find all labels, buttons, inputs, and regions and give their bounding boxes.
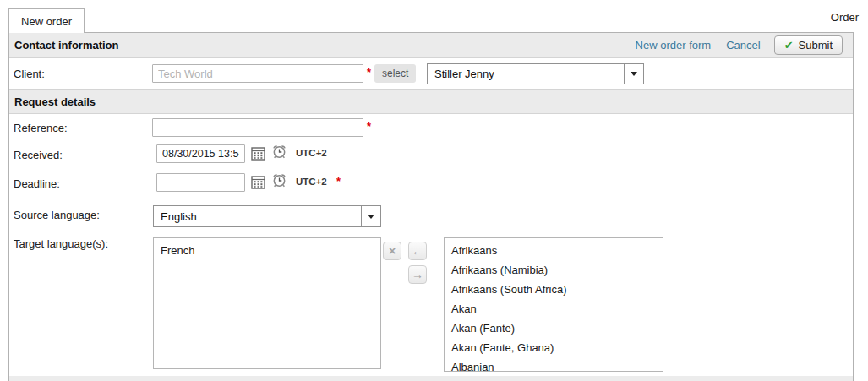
- new-order-page: New order Order Contact information New …: [0, 0, 868, 381]
- list-item[interactable]: Akan: [445, 299, 663, 318]
- client-select-button[interactable]: select: [374, 64, 416, 83]
- move-left-button[interactable]: ←: [408, 242, 427, 260]
- deadline-timezone: UTC+2: [296, 177, 327, 187]
- received-timezone: UTC+2: [296, 148, 327, 158]
- page-title: Order: [831, 11, 859, 24]
- request-details-section-header: Request details: [9, 89, 853, 114]
- move-right-button[interactable]: →: [408, 265, 427, 284]
- list-item[interactable]: Akan (Fante, Ghana): [445, 338, 663, 357]
- contact-section-title: Contact information: [14, 39, 119, 52]
- submit-button[interactable]: ✔ Submit: [774, 35, 843, 55]
- contact-person-value: Stiller Jenny: [428, 64, 624, 84]
- received-datetime-input[interactable]: [156, 144, 245, 163]
- arrow-left-icon: ←: [412, 244, 423, 258]
- target-languages-label: Target language(s):: [14, 237, 108, 250]
- arrow-right-icon: →: [412, 268, 423, 281]
- reference-required-marker: *: [367, 120, 371, 133]
- contact-information-section-header: Contact information New order form Cance…: [9, 33, 853, 58]
- deadline-required-marker: *: [336, 175, 341, 188]
- list-item[interactable]: Akan (Fante): [445, 318, 663, 338]
- source-language-value: English: [154, 206, 361, 226]
- tab-label: New order: [21, 15, 72, 28]
- chevron-down-icon: [631, 72, 637, 76]
- check-icon: ✔: [784, 39, 794, 52]
- contact-person-combobox[interactable]: Stiller Jenny: [427, 63, 644, 84]
- client-input[interactable]: [152, 64, 363, 83]
- reference-label: Reference:: [14, 122, 68, 134]
- received-label: Received:: [14, 149, 63, 161]
- list-item[interactable]: French: [154, 241, 380, 260]
- deadline-calendar-icon[interactable]: [251, 175, 265, 189]
- source-language-dropdown-button[interactable]: [361, 206, 380, 226]
- contact-person-dropdown-button[interactable]: [624, 64, 643, 84]
- close-icon: ×: [389, 244, 396, 258]
- received-clock-icon[interactable]: [271, 144, 287, 160]
- deadline-label: Deadline:: [14, 177, 60, 190]
- request-section-title: Request details: [14, 95, 96, 108]
- target-languages-selected-listbox[interactable]: French: [153, 237, 381, 369]
- next-section-divider: [9, 376, 853, 381]
- cancel-link[interactable]: Cancel: [726, 39, 760, 52]
- source-language-combobox[interactable]: English: [153, 205, 381, 227]
- submit-button-label: Submit: [799, 39, 833, 52]
- client-required-marker: *: [367, 66, 371, 79]
- list-item[interactable]: Afrikaans (Namibia): [445, 260, 663, 280]
- deadline-datetime-input[interactable]: [156, 173, 245, 192]
- source-language-label: Source language:: [14, 209, 100, 221]
- deadline-clock-icon[interactable]: [271, 172, 287, 188]
- chevron-down-icon: [368, 215, 374, 219]
- list-item[interactable]: Albanian: [445, 357, 663, 372]
- remove-target-language-button[interactable]: ×: [383, 242, 401, 260]
- list-item[interactable]: Afrikaans: [445, 241, 663, 260]
- list-item[interactable]: Afrikaans (South Africa): [445, 280, 663, 299]
- received-calendar-icon[interactable]: [251, 146, 265, 161]
- new-order-form-link[interactable]: New order form: [636, 39, 712, 52]
- tab-new-order[interactable]: New order: [8, 8, 85, 33]
- target-languages-available-listbox[interactable]: AfrikaansAfrikaans (Namibia)Afrikaans (S…: [444, 237, 663, 372]
- reference-input[interactable]: [152, 118, 363, 137]
- client-label: Client:: [14, 68, 45, 80]
